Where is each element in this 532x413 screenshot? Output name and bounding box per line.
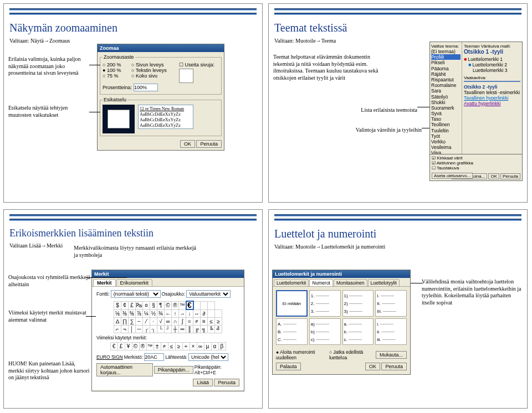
cancel-button[interactable]: Peruuta xyxy=(500,173,520,179)
symbol-cell[interactable]: ┐ xyxy=(150,326,157,333)
zoom-page-width[interactable]: Sivun leveys xyxy=(131,62,176,68)
numbering-cell[interactable]: A. B. C. xyxy=(276,318,308,345)
symbol-cell[interactable] xyxy=(193,301,201,309)
btn-insert[interactable]: Lisää xyxy=(193,379,213,386)
zoom-100[interactable]: 100 % xyxy=(103,68,128,73)
tab-special[interactable]: Erikoismerkit xyxy=(116,279,153,286)
recent-symbol-cell[interactable]: α xyxy=(211,343,218,350)
theme-item[interactable]: Taso xyxy=(431,116,461,122)
recent-symbol-cell[interactable]: € xyxy=(110,343,117,350)
symbol-cell[interactable]: ⅝ xyxy=(129,309,136,318)
symbol-cell[interactable]: √ xyxy=(157,318,165,326)
symbol-cell[interactable]: ╚ xyxy=(208,326,215,333)
zoom-200[interactable]: 200 % xyxy=(103,62,128,68)
font-select[interactable]: (normaali teksti) xyxy=(111,290,161,298)
symbol-grid[interactable]: $¢£₧¤§¶©®™€⅛⅜⅝⅞¼½¾←↑→↓↔∂∆∏∑−∕·√∞∩∫≈≠≡≤≥⌐… xyxy=(114,301,222,333)
theme-item[interactable]: Säteilyö xyxy=(431,94,461,100)
symbol-cell[interactable]: ≠ xyxy=(193,318,201,326)
theme-item[interactable]: (Ei teemaa) xyxy=(431,49,461,54)
recent-symbol-cell[interactable]: © xyxy=(132,343,139,350)
symbol-cell[interactable]: − xyxy=(136,318,143,326)
tab-bullets[interactable]: Luettelomerkit xyxy=(274,279,309,286)
tab-list-styles[interactable]: Luettelotyylit xyxy=(368,279,400,286)
theme-item[interactable]: Shokki xyxy=(431,100,461,105)
btn-reset[interactable]: Palauta xyxy=(276,363,301,370)
symbol-cell[interactable]: ─ xyxy=(136,326,143,333)
symbol-cell[interactable]: ≡ xyxy=(201,318,208,326)
chk-bright-colors[interactable]: Kirkkaat värit xyxy=(432,156,520,161)
recent-symbol-cell[interactable]: ÷ xyxy=(182,343,190,350)
symbol-cell[interactable]: ⅛ xyxy=(114,309,121,318)
recent-symbol-cell[interactable]: ≠ xyxy=(161,343,168,350)
cancel-button[interactable]: Peruuta xyxy=(381,363,407,370)
theme-item[interactable]: Teollinen xyxy=(431,122,461,127)
recent-symbol-cell[interactable]: ¥ xyxy=(125,343,132,350)
recent-symbol-cell[interactable]: β xyxy=(218,343,226,350)
symbol-cell[interactable]: · xyxy=(150,318,157,326)
symbol-cell[interactable]: ┌ xyxy=(143,326,150,333)
symbol-cell[interactable]: ≥ xyxy=(215,318,222,326)
theme-item[interactable]: Pikseli xyxy=(431,60,461,65)
cancel-button[interactable]: Peruuta xyxy=(214,379,239,386)
recent-symbol-cell[interactable]: µ xyxy=(204,343,211,350)
symbol-cell[interactable]: ↑ xyxy=(172,309,179,318)
symbol-cell[interactable] xyxy=(208,309,215,318)
symbol-cell[interactable]: ≈ xyxy=(186,318,193,326)
numbering-cell[interactable]: a. b. c. xyxy=(342,318,374,345)
theme-item[interactable]: Syvä xyxy=(431,111,461,116)
theme-item[interactable]: Sara xyxy=(431,88,461,94)
ok-button[interactable]: OK xyxy=(180,140,195,148)
symbol-cell[interactable]: © xyxy=(165,301,172,309)
btn-set-default[interactable]: Aseta oletusarvo... xyxy=(432,173,473,179)
numbering-cell[interactable]: i. ii. iii. xyxy=(375,318,407,345)
symbol-cell[interactable]: ₧ xyxy=(136,301,143,309)
code-input[interactable] xyxy=(144,353,164,361)
symbol-cell[interactable]: ∫ xyxy=(179,318,186,326)
symbol-cell[interactable]: ¢ xyxy=(121,301,129,309)
many-pages-picker[interactable] xyxy=(179,69,193,83)
recent-symbol-cell[interactable]: ≤ xyxy=(168,343,175,350)
symbol-cell[interactable]: ╗ xyxy=(201,326,208,333)
recent-symbol-cell[interactable]: ™ xyxy=(146,343,154,350)
symbol-cell[interactable]: ┼ xyxy=(172,326,179,333)
theme-item[interactable]: Työt xyxy=(431,133,461,139)
zoom-75[interactable]: 75 % xyxy=(103,73,128,79)
symbol-cell[interactable]: ¾ xyxy=(157,309,165,318)
zoom-whole-page[interactable]: Koko sivu xyxy=(131,73,176,79)
symbol-cell[interactable] xyxy=(208,301,215,309)
from-select[interactable]: Unicode (heksa) xyxy=(188,353,228,361)
recent-symbol-cell[interactable]: ∞ xyxy=(197,343,204,350)
symbol-cell[interactable]: ∆ xyxy=(114,318,121,326)
theme-item[interactable]: Tuuleltin xyxy=(431,128,461,133)
zoom-many-pages[interactable]: Useita sivuja: xyxy=(179,62,214,68)
symbol-cell[interactable]: ® xyxy=(172,301,179,309)
symbol-cell[interactable]: ⅜ xyxy=(121,309,129,318)
theme-item[interactable]: Rispaantut xyxy=(431,77,461,82)
symbol-cell[interactable]: ™ xyxy=(179,301,186,309)
symbol-cell[interactable]: $ xyxy=(114,301,121,309)
symbol-cell[interactable]: ╔ xyxy=(193,326,201,333)
symbol-cell[interactable]: ∏ xyxy=(121,318,129,326)
symbol-cell[interactable] xyxy=(215,309,222,318)
symbol-cell[interactable]: ↓ xyxy=(186,309,193,318)
symbol-cell[interactable]: ∂ xyxy=(201,309,208,318)
symbol-cell[interactable]: │ xyxy=(129,326,136,333)
symbol-cell[interactable]: └ xyxy=(157,326,165,333)
symbol-cell[interactable]: ║ xyxy=(186,326,193,333)
symbol-cell[interactable]: ¼ xyxy=(143,309,150,318)
numbering-cell[interactable]: I. II. III. xyxy=(375,290,407,317)
recent-symbol-cell[interactable]: ® xyxy=(139,343,146,350)
tab-numbers[interactable]: Numerot xyxy=(309,279,333,286)
percent-input[interactable] xyxy=(134,84,158,91)
symbol-cell[interactable]: § xyxy=(150,301,157,309)
symbol-cell[interactable]: ≤ xyxy=(208,318,215,326)
btn-autocorrect[interactable]: Automaattinen korjaus... xyxy=(96,363,153,376)
symbol-cell[interactable]: ╝ xyxy=(215,326,222,333)
symbol-cell[interactable]: ¤ xyxy=(143,301,150,309)
ok-button[interactable]: OK xyxy=(488,173,499,179)
theme-item[interactable]: Suoramerk xyxy=(431,105,461,111)
cancel-button[interactable]: Peruuta xyxy=(196,140,222,148)
symbol-cell[interactable] xyxy=(201,301,208,309)
zoom-text-width[interactable]: Tekstin leveys xyxy=(131,68,176,73)
btn-shortcut[interactable]: Pikanäppäin... xyxy=(154,366,193,374)
